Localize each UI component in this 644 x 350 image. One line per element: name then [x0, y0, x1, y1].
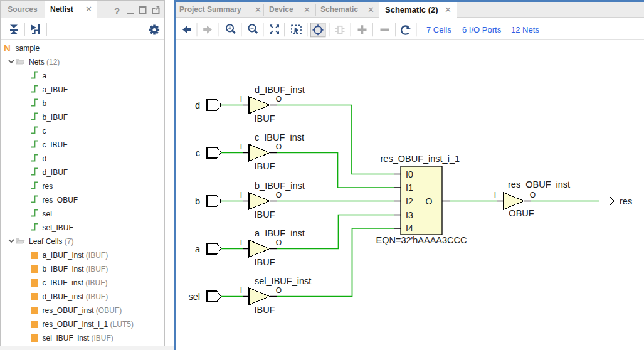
svg-text:I: I [240, 238, 242, 247]
svg-text:d_IBUF_inst: d_IBUF_inst [255, 85, 305, 95]
svg-text:IBUF: IBUF [254, 209, 275, 220]
svg-text:IBUF: IBUF [254, 257, 275, 267]
svg-text:O: O [276, 286, 282, 295]
svg-text:IBUF: IBUF [254, 305, 275, 315]
svg-text:b_IBUF_inst: b_IBUF_inst [255, 181, 305, 191]
svg-text:O: O [530, 191, 536, 199]
svg-text:O: O [276, 142, 282, 151]
svg-text:O: O [426, 196, 433, 206]
svg-text:O: O [276, 191, 282, 199]
svg-text:I3: I3 [406, 210, 413, 220]
svg-text:d: d [195, 100, 200, 110]
svg-text:IBUF: IBUF [254, 114, 275, 124]
svg-text:I: I [240, 286, 242, 295]
svg-text:res: res [620, 196, 632, 206]
svg-text:sel: sel [188, 292, 200, 302]
svg-text:res_OBUF_inst: res_OBUF_inst [508, 179, 570, 189]
svg-text:I4: I4 [406, 223, 413, 233]
svg-text:I: I [494, 191, 496, 199]
svg-text:O: O [276, 95, 282, 103]
svg-text:I2: I2 [406, 196, 413, 206]
svg-text:c_IBUF_inst: c_IBUF_inst [255, 132, 304, 142]
svg-text:I: I [240, 191, 242, 199]
svg-text:a_IBUF_inst: a_IBUF_inst [255, 228, 305, 238]
svg-text:a: a [195, 244, 201, 254]
svg-text:I: I [240, 142, 242, 151]
svg-text:res_OBUF_inst_i_1: res_OBUF_inst_i_1 [381, 154, 460, 164]
svg-text:sel_IBUF_inst: sel_IBUF_inst [255, 276, 311, 286]
svg-text:c: c [196, 148, 200, 158]
svg-text:I: I [240, 95, 242, 103]
svg-text:I0: I0 [406, 169, 413, 179]
svg-text:O: O [276, 238, 282, 247]
svg-text:b: b [195, 196, 200, 206]
svg-text:EQN=32'hAAAA3CCC: EQN=32'hAAAA3CCC [376, 235, 467, 245]
svg-text:OBUF: OBUF [509, 208, 534, 218]
svg-text:IBUF: IBUF [254, 161, 275, 171]
svg-text:I1: I1 [406, 183, 413, 193]
